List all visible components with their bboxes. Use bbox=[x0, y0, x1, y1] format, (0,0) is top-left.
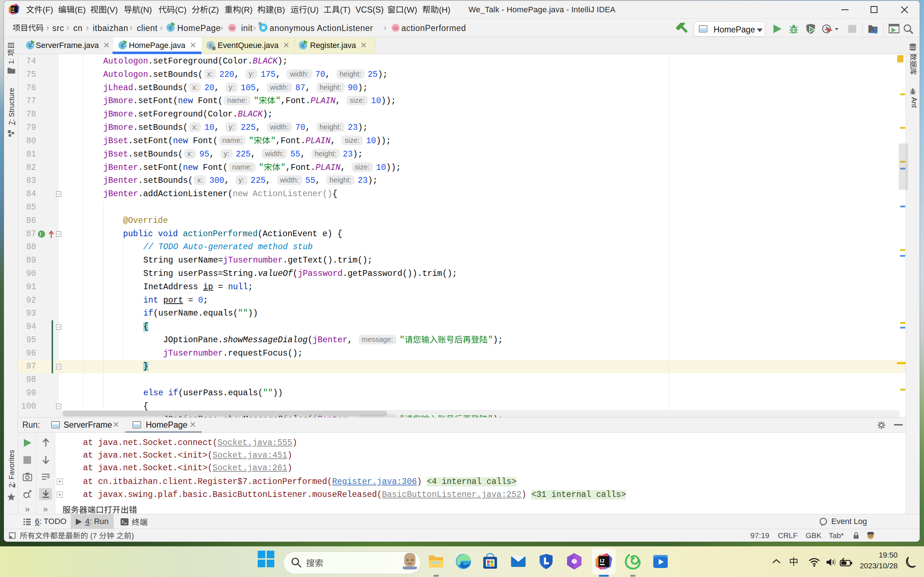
svg-text:IJ: IJ bbox=[600, 558, 604, 564]
svg-text:IJ: IJ bbox=[11, 7, 15, 10]
